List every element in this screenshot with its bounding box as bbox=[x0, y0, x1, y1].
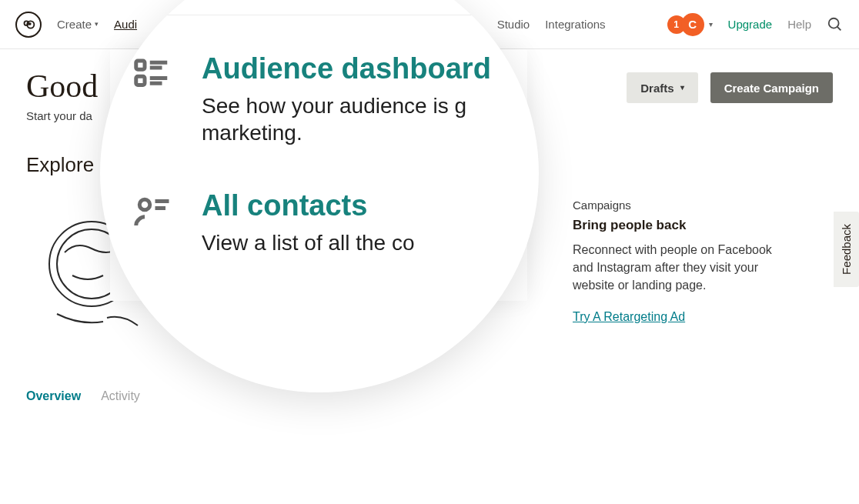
create-campaign-label: Create Campaign bbox=[724, 82, 819, 95]
nav-integrations-label: Integrations bbox=[545, 18, 605, 31]
list-icon bbox=[131, 54, 174, 146]
nav-create-label: Create bbox=[57, 18, 92, 31]
card-category: Campaigns bbox=[573, 199, 788, 212]
feedback-tab[interactable]: Feedback bbox=[834, 212, 859, 287]
drafts-button[interactable]: Drafts ▾ bbox=[627, 72, 697, 103]
lens-menu-audience-dashboard[interactable]: Audience dashboard See how your audience… bbox=[131, 54, 516, 146]
account-menu[interactable]: 1 C ▾ bbox=[667, 13, 713, 36]
mailchimp-logo[interactable] bbox=[15, 12, 42, 38]
nav-brandstudio[interactable]: Studio bbox=[497, 18, 530, 31]
svg-rect-13 bbox=[136, 61, 145, 69]
tabs: Overview Activity bbox=[26, 389, 833, 403]
nav-audience[interactable]: Audi bbox=[114, 18, 137, 31]
nav-brandstudio-label: Studio bbox=[497, 18, 530, 31]
lens-title: Audience dashboard bbox=[202, 54, 516, 85]
nav-help-label: Help bbox=[787, 18, 811, 31]
search-icon[interactable] bbox=[827, 16, 844, 33]
tab-overview[interactable]: Overview bbox=[26, 389, 81, 403]
lens-desc: View a list of all the co bbox=[202, 229, 415, 256]
card-retargeting: Campaigns Bring people back Reconnect wi… bbox=[573, 199, 788, 352]
svg-line-4 bbox=[837, 26, 841, 30]
card-body: Reconnect with people on Facebook and In… bbox=[573, 241, 788, 295]
chevron-down-icon: ▾ bbox=[95, 20, 99, 28]
chevron-down-icon: ▾ bbox=[680, 83, 684, 92]
page-subtitle: Start your da bbox=[26, 109, 98, 122]
svg-point-2 bbox=[29, 23, 31, 25]
nav-integrations[interactable]: Integrations bbox=[545, 18, 605, 31]
nav-create[interactable]: Create ▾ bbox=[57, 18, 99, 31]
avatar: C bbox=[681, 13, 704, 36]
card-link[interactable]: Try A Retargeting Ad bbox=[573, 310, 788, 324]
svg-rect-14 bbox=[136, 76, 145, 85]
lens-desc: See how your audience is g marketing. bbox=[202, 92, 516, 146]
nav-help[interactable]: Help bbox=[787, 18, 811, 31]
nav-audience-label: Audi bbox=[114, 18, 137, 31]
drafts-label: Drafts bbox=[640, 82, 673, 95]
svg-point-3 bbox=[829, 18, 839, 28]
svg-point-19 bbox=[139, 199, 150, 210]
tab-activity[interactable]: Activity bbox=[101, 389, 140, 403]
page-title: Good bbox=[26, 68, 98, 105]
nav-upgrade[interactable]: Upgrade bbox=[728, 18, 773, 31]
lens-menu-all-contacts[interactable]: All contacts View a list of all the co bbox=[131, 191, 516, 256]
contacts-icon bbox=[131, 191, 174, 256]
card-title: Bring people back bbox=[573, 218, 788, 233]
lens-title: All contacts bbox=[202, 191, 415, 222]
create-campaign-button[interactable]: Create Campaign bbox=[710, 72, 833, 103]
chevron-down-icon: ▾ bbox=[709, 20, 713, 28]
nav-upgrade-label: Upgrade bbox=[728, 18, 773, 31]
